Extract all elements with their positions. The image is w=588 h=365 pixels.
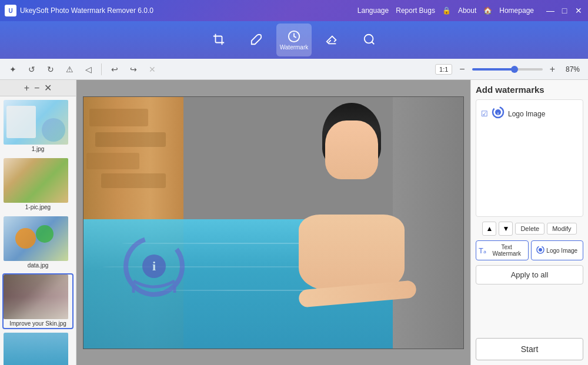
undo-btn[interactable]: ↩ <box>106 61 123 78</box>
file-item[interactable]: 1.jpg <box>2 99 74 155</box>
panel-title: Add watermarks <box>476 85 583 95</box>
tool-crop[interactable] <box>201 24 236 56</box>
start-button[interactable]: Start <box>476 338 583 360</box>
rotate-left-btn[interactable]: ↺ <box>24 61 40 78</box>
apply-to-all-button[interactable]: Apply to all <box>476 265 583 284</box>
watermark-label: Watermark <box>280 44 309 51</box>
pin-icon <box>363 33 376 46</box>
app-logo: U <box>5 5 16 16</box>
logo-watermark-svg: i <box>122 234 186 299</box>
main-image-container: i <box>83 96 464 349</box>
title-bar: U UkeySoft Photo Watermark Remover 6.0.0… <box>0 0 588 21</box>
add-file-button[interactable]: + <box>24 83 29 93</box>
text-watermark-button[interactable]: Tₐ Text Watermark <box>476 240 529 260</box>
title-right-area: Language Report Bugs 🔒 About 🏠 Homepage … <box>358 6 583 15</box>
tool-watermark[interactable]: Watermark <box>276 24 312 56</box>
text-wm-icon: Tₐ <box>479 246 486 255</box>
sidebar-add-buttons: + − ✕ <box>24 82 52 93</box>
redo-btn[interactable]: ↪ <box>125 61 142 78</box>
svg-line-1 <box>372 42 374 44</box>
watermark-name: Logo Image <box>508 110 545 118</box>
watermark-logo-icon: i <box>492 106 505 122</box>
file-sidebar: + − ✕ 1.jpg 1-pic.jpeg <box>0 80 76 365</box>
file-item[interactable]: Improve your Skin.jpg <box>2 273 74 329</box>
zoom-area: 1:1 − + 87% <box>435 63 583 76</box>
logo-btn-icon <box>536 246 544 256</box>
delete-button[interactable]: Delete <box>515 223 544 235</box>
tool-brush[interactable] <box>239 24 274 56</box>
homepage-button[interactable]: Homepage <box>499 6 534 15</box>
window-controls: — □ ✕ <box>546 6 583 15</box>
close-sidebar-button[interactable]: ✕ <box>44 82 52 93</box>
flip-btn[interactable]: ⚠ <box>61 61 78 78</box>
zoom-slider[interactable] <box>472 68 543 71</box>
effect-btn[interactable]: ✦ <box>5 61 21 78</box>
minimize-button[interactable]: — <box>546 6 555 15</box>
list-controls: ▲ ▼ Delete Modify <box>476 222 583 236</box>
file-list: 1.jpg 1-pic.jpeg data.jpg Improve y <box>0 96 76 365</box>
logo-small-icon <box>536 246 544 254</box>
brush-icon <box>250 33 263 46</box>
close-button[interactable]: ✕ <box>574 6 583 15</box>
file-item[interactable]: data.jpg <box>2 215 74 271</box>
file-item[interactable]: 1-pic.jpeg <box>2 157 74 213</box>
svg-text:i: i <box>497 111 499 116</box>
language-button[interactable]: Language <box>358 6 389 15</box>
move-up-button[interactable]: ▲ <box>482 222 496 236</box>
svg-text:i: i <box>152 259 156 273</box>
file-thumbnail <box>4 274 68 319</box>
home-icon: 🏠 <box>483 6 492 15</box>
file-thumbnail <box>4 158 68 203</box>
zoom-in-button[interactable]: + <box>546 63 559 76</box>
canvas-area[interactable]: i <box>76 80 470 365</box>
logo-img-label: Logo Image <box>546 247 577 254</box>
restore-button[interactable]: □ <box>560 6 569 15</box>
file-thumbnail <box>4 100 68 145</box>
main-layout: + − ✕ 1.jpg 1-pic.jpeg <box>0 80 588 365</box>
zoom-thumb[interactable] <box>511 66 518 73</box>
zoom-percent: 87% <box>562 65 583 73</box>
sidebar-header: + − ✕ <box>0 80 76 96</box>
file-name: 1.jpg <box>4 145 72 153</box>
svg-point-0 <box>365 35 373 43</box>
file-thumbnail <box>4 333 68 365</box>
file-name: Improve your Skin.jpg <box>4 319 72 328</box>
watermark-overlay: i <box>119 231 189 302</box>
add-watermark-buttons: Tₐ Text Watermark Logo Image <box>476 240 583 260</box>
watermark-list: ☑ i Logo Image <box>476 99 583 217</box>
crop-icon <box>212 33 225 46</box>
svg-point-11 <box>539 248 542 252</box>
rotate-right-btn[interactable]: ↻ <box>42 61 59 78</box>
separator-1 <box>101 63 102 75</box>
app-title: UkeySoft Photo Watermark Remover 6.0.0 <box>20 6 358 15</box>
tool-pin[interactable] <box>352 24 387 56</box>
move-down-button[interactable]: ▼ <box>499 222 513 236</box>
logo-text: U <box>8 8 12 14</box>
zoom-out-button[interactable]: − <box>456 63 468 76</box>
tool-eraser[interactable] <box>314 24 349 56</box>
watermark-checkbox[interactable]: ☑ <box>481 109 488 118</box>
eraser-icon <box>325 33 338 46</box>
remove-file-button[interactable]: − <box>34 83 39 93</box>
clear-btn[interactable]: ✕ <box>144 61 161 78</box>
secondary-toolbar: ✦ ↺ ↻ ⚠ ◁ ↩ ↪ ✕ 1:1 − + 87% <box>0 59 588 80</box>
report-bugs-button[interactable]: Report Bugs <box>396 6 435 15</box>
file-thumbnail <box>4 216 68 261</box>
modify-button[interactable]: Modify <box>547 223 576 235</box>
right-panel: Add watermarks ☑ i Logo Image ▲ ▼ Delete <box>470 80 588 365</box>
file-name: 1-pic.jpeg <box>4 203 72 212</box>
text-wm-label: Text Watermark <box>488 244 526 257</box>
zoom-fit-button[interactable]: 1:1 <box>435 64 452 75</box>
watermark-icon <box>288 30 300 43</box>
file-item[interactable]: 15.jpg <box>2 331 74 365</box>
mirror-btn[interactable]: ◁ <box>80 61 96 78</box>
logo-image-button[interactable]: Logo Image <box>531 240 584 260</box>
main-toolbar: Watermark <box>0 21 588 59</box>
lock-icon: 🔒 <box>442 6 451 15</box>
logo-icon-svg: i <box>492 106 505 119</box>
about-button[interactable]: About <box>458 6 476 15</box>
watermark-item[interactable]: ☑ i Logo Image <box>480 103 579 124</box>
file-name: data.jpg <box>4 261 72 270</box>
